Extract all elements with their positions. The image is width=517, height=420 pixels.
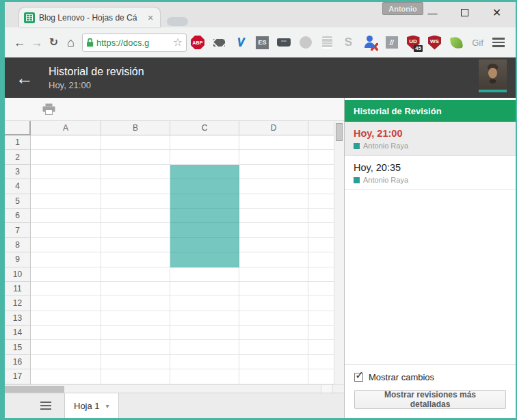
cell[interactable] (170, 296, 239, 311)
cell[interactable] (31, 135, 101, 150)
row-header[interactable]: 5 (5, 194, 31, 209)
notes-disabled-icon[interactable] (320, 36, 334, 49)
select-all-corner[interactable] (5, 121, 31, 135)
row-header[interactable]: 4 (5, 179, 31, 194)
dark-widget-icon[interactable] (277, 36, 291, 49)
cell[interactable] (31, 296, 101, 311)
cell[interactable] (239, 194, 308, 209)
cell[interactable] (170, 223, 239, 237)
cell[interactable] (101, 296, 170, 311)
row-header[interactable]: 14 (5, 326, 31, 340)
cell[interactable] (239, 165, 308, 179)
cell[interactable] (101, 150, 170, 164)
address-bar[interactable]: https://docs.g ☆ (82, 34, 187, 52)
column-header[interactable]: A (31, 121, 101, 135)
vertical-scrollbar-thumb[interactable] (336, 123, 343, 141)
gif-icon[interactable]: Gif (471, 36, 485, 49)
cell[interactable] (31, 238, 101, 252)
cell[interactable] (101, 267, 170, 282)
row-header[interactable]: 6 (5, 209, 31, 223)
cell[interactable] (31, 369, 101, 384)
cell[interactable] (170, 340, 239, 354)
row-header[interactable]: 10 (5, 267, 31, 282)
reload-button[interactable]: ↻ (45, 37, 62, 48)
cell[interactable] (101, 340, 170, 354)
maximize-button[interactable] (449, 2, 481, 23)
horizontal-scrollbar-thumb[interactable] (5, 386, 64, 393)
cell[interactable] (31, 223, 101, 237)
vertical-scrollbar[interactable] (334, 121, 344, 384)
contact-remove-icon[interactable] (363, 36, 377, 49)
horizontal-scrollbar[interactable] (5, 384, 344, 393)
row-header[interactable]: 8 (5, 238, 31, 252)
cell[interactable] (31, 326, 101, 340)
back-button[interactable]: ← (11, 36, 28, 49)
chrome-menu-icon[interactable] (488, 34, 509, 51)
tab-close-icon[interactable]: × (146, 13, 155, 23)
cell[interactable] (170, 326, 239, 340)
cell[interactable] (31, 267, 101, 282)
column-header[interactable]: C (170, 121, 239, 135)
cell[interactable] (101, 326, 170, 340)
cell[interactable] (239, 150, 308, 164)
globe-disabled-icon[interactable] (299, 36, 313, 49)
cell[interactable] (170, 209, 239, 223)
browser-tab[interactable]: Blog Lenovo - Hojas de Cá × (19, 8, 160, 27)
row-header[interactable]: 3 (5, 165, 31, 179)
cell[interactable] (170, 150, 239, 164)
cell[interactable] (31, 311, 101, 326)
cell[interactable] (101, 311, 170, 326)
cell[interactable] (31, 355, 101, 369)
cell[interactable] (101, 179, 170, 194)
ws-shield-icon[interactable]: WS (428, 36, 442, 49)
cell[interactable] (170, 267, 239, 282)
cell[interactable] (170, 194, 239, 209)
cell[interactable] (170, 355, 239, 369)
cell[interactable] (101, 355, 170, 369)
cell[interactable] (101, 252, 170, 267)
revision-item[interactable]: Hoy, 20:35Antonio Raya (345, 156, 516, 190)
cell[interactable] (101, 165, 170, 179)
row-header[interactable]: 12 (5, 296, 31, 311)
cell[interactable] (170, 369, 239, 384)
row-header[interactable]: 9 (5, 252, 31, 267)
row-header[interactable]: 15 (5, 340, 31, 354)
cell[interactable] (170, 179, 239, 194)
leaf-icon[interactable] (449, 36, 463, 49)
es-translator-icon[interactable]: ES (256, 36, 269, 49)
cell[interactable] (101, 209, 170, 223)
row-header[interactable]: 17 (5, 369, 31, 384)
cell[interactable] (170, 238, 239, 252)
show-changes-checkbox[interactable] (354, 373, 363, 382)
cell[interactable] (239, 223, 308, 237)
cell[interactable] (31, 209, 101, 223)
cell[interactable] (101, 223, 170, 237)
cell[interactable] (101, 238, 170, 252)
cell[interactable] (31, 179, 101, 194)
show-changes-row[interactable]: Mostrar cambios (354, 372, 506, 382)
row-header[interactable]: 13 (5, 311, 31, 326)
cell[interactable] (101, 282, 170, 296)
cell[interactable] (101, 135, 170, 150)
cell[interactable] (31, 194, 101, 209)
cell[interactable] (239, 267, 308, 282)
cell[interactable] (239, 296, 308, 311)
avatar[interactable] (479, 60, 507, 92)
cell[interactable] (31, 252, 101, 267)
close-button[interactable]: ✕ (481, 2, 513, 23)
cell[interactable] (239, 238, 308, 252)
slashes-icon[interactable]: // (385, 36, 399, 49)
column-header[interactable]: D (239, 121, 308, 135)
detailed-revisions-button[interactable]: Mostrar revisiones más detalladas (354, 390, 506, 409)
cell[interactable] (239, 179, 308, 194)
ud-shield-icon[interactable]: UD45 (406, 36, 420, 49)
row-header[interactable]: 7 (5, 223, 31, 237)
cell[interactable] (239, 369, 308, 384)
column-header[interactable]: B (101, 121, 170, 135)
cell[interactable] (101, 369, 170, 384)
home-button[interactable]: ⌂ (62, 36, 79, 49)
cell[interactable] (170, 252, 239, 267)
cell[interactable] (31, 340, 101, 354)
cell[interactable] (239, 311, 308, 326)
cell[interactable] (239, 355, 308, 369)
